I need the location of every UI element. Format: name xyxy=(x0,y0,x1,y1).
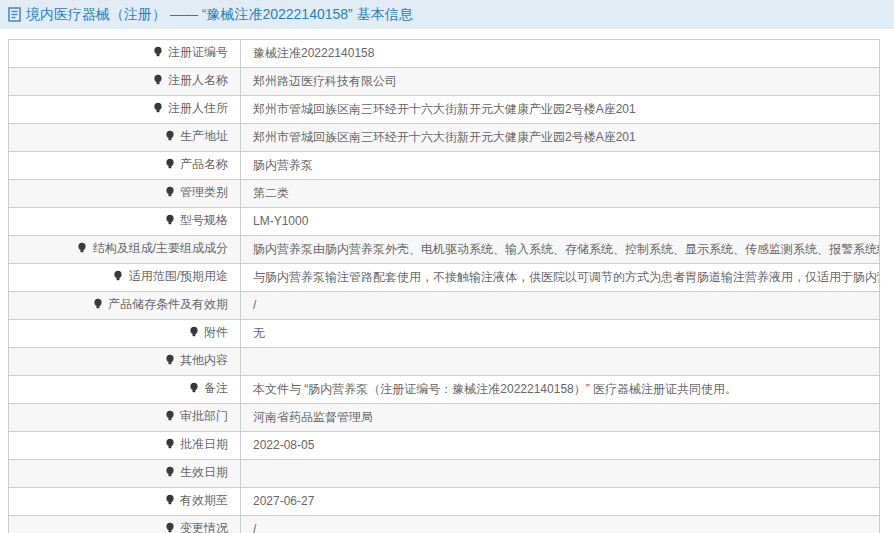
row-label-text: 产品名称 xyxy=(180,157,228,171)
row-value-text: 第二类 xyxy=(253,186,289,200)
row-value-text: / xyxy=(253,298,256,312)
table-row: 附件 无 xyxy=(9,320,880,348)
row-label: 附件 xyxy=(9,320,241,348)
table-row: 产品名称 肠内营养泵 xyxy=(9,152,880,180)
row-label: 其他内容 xyxy=(9,348,241,376)
row-label: 有效期至 xyxy=(9,488,241,516)
table-row: 备注 本文件与 “肠内营养泵（注册证编号：豫械注准20222140158）” 医… xyxy=(9,376,880,404)
row-value-text: 郑州市管城回族区南三环经开十六大街新开元大健康产业园2号楼A座201 xyxy=(253,130,636,144)
table-row: 批准日期 2022-08-05 xyxy=(9,432,880,460)
bulb-icon xyxy=(165,210,175,235)
row-value: 肠内营养泵由肠内营养泵外壳、电机驱动系统、输入系统、存储系统、控制系统、显示系统… xyxy=(241,236,880,264)
row-value-text: 无 xyxy=(253,326,265,340)
row-value-text: 郑州市管城回族区南三环经开十六大街新开元大健康产业园2号楼A座201 xyxy=(253,102,636,116)
table-row: 型号规格 LM-Y1000 xyxy=(9,208,880,236)
row-label-text: 有效期至 xyxy=(180,493,228,507)
row-value: 与肠内营养泵输注管路配套使用，不接触输注液体，供医院以可调节的方式为患者胃肠道输… xyxy=(241,264,880,292)
row-label: 注册人名称 xyxy=(9,68,241,96)
row-value xyxy=(241,460,880,488)
table-row: 审批部门 河南省药品监督管理局 xyxy=(9,404,880,432)
row-value: LM-Y1000 xyxy=(241,208,880,236)
row-label: 变更情况 xyxy=(9,516,241,533)
row-value: 无 xyxy=(241,320,880,348)
table-row: 注册人名称 郑州路迈医疗科技有限公司 xyxy=(9,68,880,96)
table-row: 生效日期 xyxy=(9,460,880,488)
bulb-icon xyxy=(165,406,175,431)
row-value-text: 2022-08-05 xyxy=(253,438,314,452)
bulb-icon xyxy=(189,378,199,403)
header-bar: 境内医疗器械（注册） —— “豫械注准20222140158” 基本信息 xyxy=(0,0,894,29)
row-value: 2022-08-05 xyxy=(241,432,880,460)
row-label: 审批部门 xyxy=(9,404,241,432)
row-label: 备注 xyxy=(9,376,241,404)
table-row: 注册证编号 豫械注准20222140158 xyxy=(9,40,880,68)
row-value: 豫械注准20222140158 xyxy=(241,40,880,68)
row-label-text: 批准日期 xyxy=(180,437,228,451)
bulb-icon xyxy=(113,266,123,291)
bulb-icon xyxy=(153,98,163,123)
bulb-icon xyxy=(165,490,175,515)
row-value: 郑州市管城回族区南三环经开十六大街新开元大健康产业园2号楼A座201 xyxy=(241,124,880,152)
table-row: 生产地址 郑州市管城回族区南三环经开十六大街新开元大健康产业园2号楼A座201 xyxy=(9,124,880,152)
row-label-text: 其他内容 xyxy=(180,353,228,367)
page-title: 境内医疗器械（注册） —— “豫械注准20222140158” 基本信息 xyxy=(26,6,413,24)
bulb-icon xyxy=(165,126,175,151)
row-value-text: 河南省药品监督管理局 xyxy=(253,410,373,424)
row-value-text: 肠内营养泵 xyxy=(253,158,313,172)
table-row: 有效期至 2027-06-27 xyxy=(9,488,880,516)
row-label: 注册证编号 xyxy=(9,40,241,68)
row-value: 2027-06-27 xyxy=(241,488,880,516)
row-label-text: 注册证编号 xyxy=(168,45,228,59)
bulb-icon xyxy=(93,294,103,319)
bulb-icon xyxy=(165,462,175,487)
registration-info-table: 注册证编号 豫械注准20222140158 注册人名称 郑州路迈医疗科技有限公司 xyxy=(8,39,880,533)
row-label-text: 附件 xyxy=(204,325,228,339)
row-value-text: / xyxy=(253,522,256,533)
row-label: 结构及组成/主要组成成分 xyxy=(9,236,241,264)
row-label-text: 适用范围/预期用途 xyxy=(129,269,228,283)
table-row: 注册人住所 郑州市管城回族区南三环经开十六大街新开元大健康产业园2号楼A座201 xyxy=(9,96,880,124)
row-label-text: 变更情况 xyxy=(180,521,228,533)
bulb-icon xyxy=(165,350,175,375)
row-label-text: 产品储存条件及有效期 xyxy=(108,297,228,311)
table-row: 管理类别 第二类 xyxy=(9,180,880,208)
row-label-text: 结构及组成/主要组成成分 xyxy=(93,241,228,255)
row-value: / xyxy=(241,516,880,533)
row-label-text: 注册人住所 xyxy=(168,101,228,115)
table-row: 结构及组成/主要组成成分 肠内营养泵由肠内营养泵外壳、电机驱动系统、输入系统、存… xyxy=(9,236,880,264)
row-value: 郑州市管城回族区南三环经开十六大街新开元大健康产业园2号楼A座201 xyxy=(241,96,880,124)
row-label: 注册人住所 xyxy=(9,96,241,124)
row-label-text: 型号规格 xyxy=(180,213,228,227)
bulb-icon xyxy=(165,518,175,533)
table-row: 变更情况 / xyxy=(9,516,880,533)
row-label: 适用范围/预期用途 xyxy=(9,264,241,292)
row-value-text: 肠内营养泵由肠内营养泵外壳、电机驱动系统、输入系统、存储系统、控制系统、显示系统… xyxy=(253,242,880,256)
row-value-text: 豫械注准20222140158 xyxy=(253,46,374,60)
row-value-text: 与肠内营养泵输注管路配套使用，不接触输注液体，供医院以可调节的方式为患者胃肠道输… xyxy=(253,270,880,284)
bulb-icon xyxy=(165,434,175,459)
row-label: 产品储存条件及有效期 xyxy=(9,292,241,320)
bulb-icon xyxy=(189,322,199,347)
row-value: 第二类 xyxy=(241,180,880,208)
table-row: 适用范围/预期用途 与肠内营养泵输注管路配套使用，不接触输注液体，供医院以可调节… xyxy=(9,264,880,292)
row-label: 管理类别 xyxy=(9,180,241,208)
row-label-text: 生效日期 xyxy=(180,465,228,479)
row-label: 生产地址 xyxy=(9,124,241,152)
bulb-icon xyxy=(153,70,163,95)
row-value: 河南省药品监督管理局 xyxy=(241,404,880,432)
row-label-text: 生产地址 xyxy=(180,129,228,143)
row-label-text: 管理类别 xyxy=(180,185,228,199)
bulb-icon xyxy=(153,42,163,67)
table-row: 产品储存条件及有效期 / xyxy=(9,292,880,320)
row-label: 生效日期 xyxy=(9,460,241,488)
row-label: 产品名称 xyxy=(9,152,241,180)
row-label-text: 审批部门 xyxy=(180,409,228,423)
row-label: 批准日期 xyxy=(9,432,241,460)
document-icon xyxy=(8,7,21,22)
row-value: / xyxy=(241,292,880,320)
row-value-text: 郑州路迈医疗科技有限公司 xyxy=(253,74,397,88)
bulb-icon xyxy=(77,238,87,263)
row-value: 郑州路迈医疗科技有限公司 xyxy=(241,68,880,96)
row-label-text: 注册人名称 xyxy=(168,73,228,87)
row-value: 肠内营养泵 xyxy=(241,152,880,180)
